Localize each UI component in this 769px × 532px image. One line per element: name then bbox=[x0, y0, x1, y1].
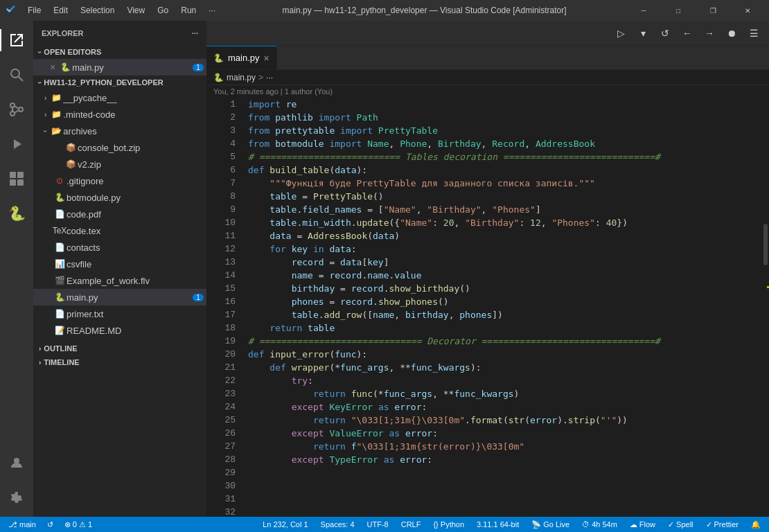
python-file-icon: 🐍 bbox=[58, 60, 72, 74]
tab-main-py[interactable]: 🐍 main.py × bbox=[206, 46, 277, 69]
v2-zip[interactable]: 📦 v2.zip bbox=[33, 156, 206, 172]
line-ending-item[interactable]: CRLF bbox=[398, 517, 424, 532]
python-file-icon: 🐍 bbox=[53, 190, 67, 204]
go-live-item[interactable]: 📡 Go Live bbox=[529, 517, 572, 532]
extensions-activity-item[interactable] bbox=[0, 162, 33, 195]
csvfile-file[interactable]: 📊 csvfile bbox=[33, 256, 206, 272]
svg-line-1 bbox=[19, 77, 23, 81]
pycache-folder[interactable]: › 📁 __pycache__ bbox=[33, 89, 206, 106]
console-bot-zip[interactable]: 📦 console_bot.zip bbox=[33, 139, 206, 156]
console-bot-zip-label: console_bot.zip bbox=[78, 143, 206, 153]
menu-selection[interactable]: Selection bbox=[75, 4, 120, 17]
python-file-icon: 🐍 bbox=[53, 290, 67, 304]
menu-edit[interactable]: Edit bbox=[48, 4, 73, 17]
txt-icon: 📄 bbox=[53, 307, 67, 321]
main-py-file[interactable]: 🐍 main.py 1 bbox=[33, 289, 206, 305]
svg-line-7 bbox=[15, 110, 19, 113]
tab-close-button[interactable]: × bbox=[264, 53, 269, 64]
language-item[interactable]: {} Python bbox=[430, 517, 467, 532]
open-editors-section[interactable]: › Open Editors bbox=[33, 45, 206, 59]
outline-label: Outline bbox=[44, 344, 77, 353]
spell-item[interactable]: ✓ Spell bbox=[665, 517, 696, 532]
editor-scrollbar[interactable] bbox=[759, 98, 769, 517]
code-editor: 12345 678910 1112131415 1617181920 21222… bbox=[206, 98, 769, 517]
md-icon: 📝 bbox=[53, 323, 67, 337]
csv-icon: 📊 bbox=[53, 257, 67, 271]
primer-txt-file[interactable]: 📄 primer.txt bbox=[33, 305, 206, 322]
spaces-item[interactable]: Spaces: 4 bbox=[318, 517, 357, 532]
run-debug-activity-item[interactable] bbox=[0, 127, 33, 161]
svg-point-12 bbox=[14, 458, 19, 463]
breadcrumb-sep: > bbox=[258, 73, 263, 82]
time-item[interactable]: ⏱ 4h 54m bbox=[579, 517, 620, 532]
more-toolbar-button[interactable]: ☰ bbox=[744, 24, 763, 43]
maximize-button[interactable]: □ bbox=[662, 0, 694, 21]
close-button[interactable]: ✕ bbox=[732, 0, 763, 21]
restore-button[interactable]: ❐ bbox=[697, 0, 729, 21]
python-version-item[interactable]: 3.11.1 64-bit bbox=[474, 517, 522, 532]
settings-activity-item[interactable] bbox=[0, 481, 33, 514]
main-py-badge: 1 bbox=[193, 294, 204, 301]
cursor-position-item[interactable]: Ln 232, Col 1 bbox=[260, 517, 310, 532]
menu-bar: File Edit Selection View Go Run ··· bbox=[22, 4, 221, 17]
code-tex-file[interactable]: TeX code.tex bbox=[33, 222, 206, 239]
tab-filename: main.py bbox=[228, 53, 260, 63]
outline-section[interactable]: › Outline bbox=[33, 342, 206, 355]
svg-line-6 bbox=[15, 106, 19, 109]
python-activity-item[interactable]: 🐍 bbox=[0, 197, 33, 230]
example-flv-file[interactable]: 🎬 Example_of_work.flv bbox=[33, 272, 206, 289]
code-content[interactable]: import re from pathlib import Path from … bbox=[241, 98, 759, 517]
menu-more[interactable]: ··· bbox=[203, 4, 221, 17]
restart-button[interactable]: ↺ bbox=[655, 24, 675, 43]
search-activity-item[interactable] bbox=[0, 58, 33, 91]
scrollbar-thumb[interactable] bbox=[763, 224, 768, 265]
timeline-section[interactable]: › Timeline bbox=[33, 355, 206, 369]
breadcrumb-more[interactable]: ··· bbox=[266, 73, 273, 82]
accounts-activity-item[interactable] bbox=[0, 446, 33, 479]
minimize-button[interactable]: ─ bbox=[628, 0, 660, 21]
v2-zip-label: v2.zip bbox=[78, 159, 206, 170]
sync-item[interactable]: ↺ bbox=[44, 517, 56, 532]
notifications-item[interactable]: 🔔 bbox=[748, 517, 763, 532]
flow-item[interactable]: ☁ Flow bbox=[627, 517, 658, 532]
step-forward-button[interactable]: → bbox=[700, 24, 719, 43]
source-control-activity-item[interactable] bbox=[0, 93, 33, 126]
code-tex-label: code.tex bbox=[67, 226, 206, 236]
svg-point-3 bbox=[10, 112, 15, 116]
explorer-activity-item[interactable] bbox=[0, 24, 33, 57]
errors-item[interactable]: ⊗ 0 ⚠ 1 bbox=[62, 517, 95, 532]
record-button[interactable]: ⏺ bbox=[722, 24, 741, 43]
run-dropdown-button[interactable]: ▾ bbox=[633, 24, 653, 43]
contacts-file[interactable]: 📄 contacts bbox=[33, 239, 206, 256]
sidebar-menu-icon[interactable]: ··· bbox=[192, 29, 198, 37]
minted-folder[interactable]: › 📁 .minted-code bbox=[33, 106, 206, 123]
minted-chevron: › bbox=[44, 111, 46, 118]
menu-file[interactable]: File bbox=[22, 4, 46, 17]
menu-view[interactable]: View bbox=[121, 4, 150, 17]
encoding-item[interactable]: UTF-8 bbox=[364, 517, 391, 532]
tab-bar: 🐍 main.py × bbox=[206, 46, 769, 70]
code-pdf-file[interactable]: 📄 code.pdf bbox=[33, 206, 206, 222]
readme-file[interactable]: 📝 README.MD bbox=[33, 322, 206, 339]
menu-go[interactable]: Go bbox=[152, 4, 174, 17]
svg-rect-10 bbox=[10, 179, 16, 186]
run-button[interactable]: ▷ bbox=[611, 24, 630, 43]
statusbar-left: ⎇ main ↺ ⊗ 0 ⚠ 1 bbox=[6, 517, 95, 532]
breadcrumb: 🐍 main.py > ··· bbox=[206, 70, 769, 85]
step-back-button[interactable]: ← bbox=[678, 24, 697, 43]
prettier-item[interactable]: ✓ Prettier bbox=[703, 517, 741, 532]
git-branch-item[interactable]: ⎇ main bbox=[6, 517, 39, 532]
open-editor-main-py[interactable]: × 🐍 main.py 1 bbox=[33, 59, 206, 76]
archives-folder[interactable]: › 📂 archives bbox=[33, 123, 206, 139]
botmodule-file[interactable]: 🐍 botmodule.py bbox=[33, 189, 206, 206]
project-section[interactable]: › HW11-12_PYTHON_DEVELOPER bbox=[33, 76, 206, 89]
close-file-icon[interactable]: × bbox=[50, 62, 55, 73]
menu-run[interactable]: Run bbox=[175, 4, 202, 17]
svg-rect-11 bbox=[17, 179, 24, 186]
titlebar: File Edit Selection View Go Run ··· main… bbox=[0, 0, 769, 21]
gitignore-file[interactable]: ⊙ .gitignore bbox=[33, 172, 206, 189]
flow-icon: ☁ bbox=[630, 520, 637, 529]
editor-toolbar: ▷ ▾ ↺ ← → ⏺ ☰ bbox=[206, 21, 769, 46]
example-flv-label: Example_of_work.flv bbox=[67, 276, 206, 286]
breadcrumb-file[interactable]: main.py bbox=[227, 73, 256, 82]
